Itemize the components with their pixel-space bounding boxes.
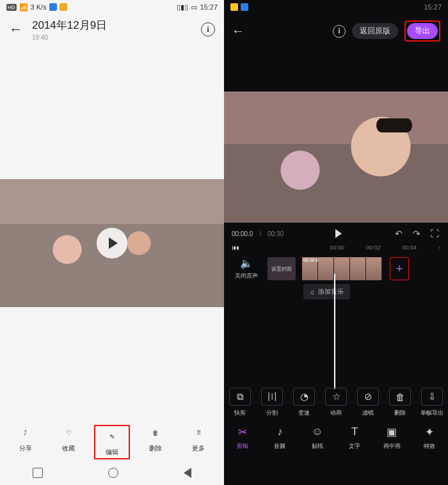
status-bar: 15:27	[224, 0, 448, 14]
back-icon[interactable]: ←	[232, 24, 244, 38]
mute-original-button[interactable]: 🔈 关闭原声	[232, 257, 261, 280]
nav-back[interactable]	[184, 468, 191, 478]
favorite-button[interactable]: ♡ 收藏	[51, 425, 86, 459]
skip-start-icon[interactable]: ⏮	[232, 243, 239, 252]
app-icon-1	[49, 3, 57, 11]
app-icon-2	[60, 3, 67, 11]
music-icon: ♫	[310, 289, 315, 296]
photo-time-subtitle: 19:40	[32, 34, 107, 41]
split-icon: 〣	[261, 388, 283, 406]
trash-icon: 🗑	[389, 388, 411, 406]
text-icon: T	[348, 425, 362, 439]
edit-button[interactable]: ✎ 编辑	[94, 425, 130, 459]
hd-icon: HD	[6, 4, 17, 11]
video-editor-screen: 15:27 ← i 返回原版 导出 00:00.0 / 00:30 ↶ ↷ ⛶	[224, 0, 448, 485]
photo-date-title: 2014年12月9日	[32, 18, 107, 33]
clock: 15:27	[200, 3, 218, 11]
share-icon: ⤴	[18, 425, 33, 440]
gallery-viewer-screen: HD 📶 3 K/s ▯▮▯ ▭ 15:27 ← 2014年12月9日 19:4…	[0, 0, 224, 485]
playhead[interactable]	[334, 274, 335, 389]
clock: 15:27	[424, 3, 442, 11]
crop-icon: ⧉	[229, 388, 251, 406]
play-icon[interactable]	[335, 229, 342, 238]
video-preview[interactable]	[0, 179, 224, 307]
main-tools-row: ✂剪辑 ♪音频 ☺贴纸 T文字 ▣画中画 ✦特效	[224, 421, 448, 454]
timeline-ruler: ⏮ 00:00 00:02 00:04 ›	[224, 242, 448, 255]
pip-tab[interactable]: ▣画中画	[378, 425, 406, 450]
editor-toolbars: ⧉快剪 〣分割 ◔变速 ☆动画 ⊘滤镜 🗑删除 ⇩单帧导出 ✂剪辑 ♪音频 ☺贴…	[224, 384, 448, 454]
pip-icon: ▣	[385, 425, 399, 439]
export1-icon: ⇩	[421, 388, 443, 406]
quick-cut-tool[interactable]: ⧉快剪	[226, 388, 254, 417]
app-icon-2	[241, 3, 248, 11]
sticker-tab[interactable]: ☺贴纸	[303, 425, 332, 450]
heart-icon: ♡	[61, 425, 76, 440]
export-highlight: 导出	[404, 20, 440, 42]
edit-tab[interactable]: ✂剪辑	[228, 425, 257, 450]
delete-button[interactable]: 🗑 删除	[138, 425, 173, 459]
fx-icon: ✦	[422, 425, 436, 439]
nav-home[interactable]	[108, 468, 118, 478]
timeline-video-row: 🔈 关闭原声 设置封面 00:30.0 +	[224, 255, 448, 282]
viewer-action-bar: ⤴ 分享 ♡ 收藏 ✎ 编辑 🗑 删除 ⠿ 更多	[0, 425, 224, 459]
clip-tools-row: ⧉快剪 〣分割 ◔变速 ☆动画 ⊘滤镜 🗑删除 ⇩单帧导出	[224, 384, 448, 421]
text-tab[interactable]: T文字	[340, 425, 369, 450]
fullscreen-icon[interactable]: ⛶	[429, 228, 440, 239]
video-clip[interactable]: 00:30.0	[302, 257, 382, 280]
export-button[interactable]: 导出	[407, 23, 438, 39]
time-current: 00:00.0	[232, 230, 253, 237]
time-total: 00:30	[268, 230, 284, 237]
set-cover-button[interactable]: 设置封面	[268, 257, 296, 280]
sticker-icon: ☺	[310, 425, 324, 439]
more-icon: ⠿	[191, 425, 206, 440]
split-tool[interactable]: 〣分割	[258, 388, 286, 417]
more-button[interactable]: ⠿ 更多	[180, 425, 216, 459]
sunglasses-mock	[376, 118, 412, 132]
play-icon[interactable]	[97, 228, 127, 258]
speaker-icon: 🔈	[240, 257, 253, 269]
transport-bar: 00:00.0 / 00:30 ↶ ↷ ⛶	[224, 223, 448, 242]
app-icon-1	[230, 3, 238, 11]
timeline-audio-row: ♫ 添加音乐	[224, 282, 448, 301]
audio-tab[interactable]: ♪音频	[266, 425, 294, 450]
android-nav-bar	[0, 463, 224, 482]
net-speed: 3 K/s	[31, 3, 47, 11]
speed-icon: ◔	[293, 388, 315, 406]
vibrate-icon: ▯▮▯	[177, 3, 188, 12]
cut-icon: ✂	[236, 425, 250, 439]
nav-recent[interactable]	[33, 468, 43, 478]
trash-icon: 🗑	[148, 425, 163, 440]
filter-icon: ⊘	[357, 388, 379, 406]
speed-tool[interactable]: ◔变速	[290, 388, 318, 417]
info-icon[interactable]: i	[201, 22, 215, 36]
animation-tool[interactable]: ☆动画	[322, 388, 350, 417]
back-icon[interactable]: ←	[9, 21, 23, 38]
editor-preview[interactable]	[224, 91, 448, 223]
redo-icon[interactable]: ↷	[411, 228, 422, 239]
wifi-icon: 📶	[19, 3, 28, 12]
share-button[interactable]: ⤴ 分享	[8, 425, 44, 459]
fx-tab[interactable]: ✦特效	[415, 425, 444, 450]
anim-icon: ☆	[325, 388, 347, 406]
frame-export-tool[interactable]: ⇩单帧导出	[418, 388, 446, 417]
viewer-header: ← 2014年12月9日 19:40 i	[0, 14, 224, 41]
audio-icon: ♪	[273, 425, 287, 439]
battery-icon: ▭	[191, 3, 197, 12]
filter-tool[interactable]: ⊘滤镜	[354, 388, 382, 417]
revert-button[interactable]: 返回原版	[352, 23, 398, 39]
status-bar: HD 📶 3 K/s ▯▮▯ ▭ 15:27	[0, 0, 224, 14]
add-clip-button[interactable]: +	[390, 257, 409, 280]
editor-header: ← i 返回原版 导出	[224, 14, 448, 45]
edit-icon: ✎	[104, 429, 120, 444]
add-music-button[interactable]: ♫ 添加音乐	[303, 284, 350, 299]
info-icon[interactable]: i	[333, 25, 346, 38]
delete-tool[interactable]: 🗑删除	[386, 388, 414, 417]
undo-icon[interactable]: ↶	[393, 228, 404, 239]
